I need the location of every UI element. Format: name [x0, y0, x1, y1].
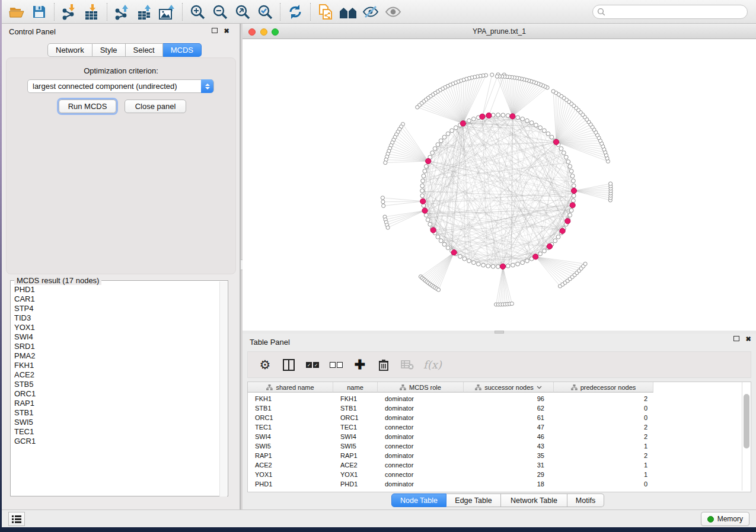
table-row[interactable]: SWI4SWI4dominator462	[248, 432, 741, 441]
table-cell-mcds_role: dominator	[378, 432, 464, 441]
table-cell-shared_name: FKH1	[248, 394, 333, 403]
export-table-icon[interactable]	[133, 2, 156, 22]
column-header-name[interactable]: name	[333, 382, 378, 393]
mcds-result-item[interactable]: CAR1	[14, 294, 219, 304]
memory-button[interactable]: Memory	[701, 512, 749, 526]
mcds-result-item[interactable]: PMA2	[14, 351, 219, 361]
network-graph	[243, 39, 756, 331]
import-network-icon[interactable]	[58, 2, 81, 22]
task-history-list-icon[interactable]	[8, 512, 25, 526]
table-panel: Table Panel ✖ ⚙ ✓✓ ✚ f(x) sha	[243, 334, 756, 509]
zoom-selected-icon[interactable]	[254, 2, 276, 22]
show-columns-icon[interactable]	[281, 357, 296, 373]
search-icon	[597, 8, 605, 16]
copy-network-icon[interactable]	[314, 2, 337, 22]
network-overview-houses-icon[interactable]	[337, 2, 359, 22]
mcds-result-item[interactable]: PHD1	[14, 285, 219, 294]
float-panel-icon[interactable]	[210, 27, 219, 35]
mcds-result-item[interactable]: GCR1	[14, 437, 219, 446]
table-row[interactable]: SWI5SWI5connector431	[248, 441, 741, 451]
attribute-icon	[475, 384, 481, 390]
tab-network-table[interactable]: Network Table	[501, 493, 567, 507]
zoom-fit-icon[interactable]	[231, 2, 254, 22]
table-cell-successor_nodes: 96	[464, 394, 554, 403]
table-row[interactable]: ORC1ORC1dominator610	[248, 413, 741, 422]
tab-select[interactable]: Select	[126, 43, 163, 57]
column-settings-gear-icon[interactable]: ⚙	[257, 357, 273, 373]
node-table-rows: FKH1FKH1dominator962STB1STB1dominator620…	[248, 394, 741, 489]
close-panel-button[interactable]: Close panel	[125, 100, 186, 113]
run-mcds-button[interactable]: Run MCDS	[59, 100, 116, 113]
table-cell-shared_name: TEC1	[248, 422, 333, 432]
mcds-result-item[interactable]: ORC1	[14, 389, 219, 399]
mcds-result-item[interactable]: TID3	[14, 313, 219, 323]
tab-mcds[interactable]: MCDS	[163, 43, 202, 57]
export-image-icon[interactable]	[156, 2, 178, 22]
column-header-shared-name[interactable]: shared name	[248, 382, 333, 393]
mcds-result-item[interactable]: STB1	[14, 408, 219, 418]
export-network-icon[interactable]	[111, 2, 133, 22]
mcds-result-item[interactable]: RAP1	[14, 399, 219, 408]
memory-label: Memory	[717, 515, 743, 523]
mcds-result-item[interactable]: SWI4	[14, 332, 219, 342]
refresh-view-icon[interactable]	[284, 2, 307, 22]
mcds-result-item[interactable]: ACE2	[14, 370, 219, 380]
table-row[interactable]: TEC1TEC1connector472	[248, 422, 741, 432]
table-cell-successor_nodes: 62	[464, 403, 554, 413]
import-table-icon[interactable]	[81, 2, 103, 22]
column-header-predecessor-nodes[interactable]: predecessor nodes	[554, 382, 653, 393]
mcds-result-list[interactable]: PHD1CAR1STP4TID3YOX1SWI4SRD1PMA2FKH1ACE2…	[11, 281, 219, 495]
mcds-list-scrollbar[interactable]	[219, 281, 227, 496]
table-row[interactable]: PHD1PHD1dominator180	[248, 479, 741, 489]
table-cell-name: SWI4	[333, 432, 378, 441]
tab-node-table[interactable]: Node Table	[391, 493, 446, 507]
table-cell-predecessor_nodes: 1	[554, 460, 653, 470]
column-header-successor-nodes[interactable]: successor nodes	[464, 382, 554, 393]
zoom-in-icon[interactable]	[186, 2, 209, 22]
hide-selected-eye-slash-icon[interactable]	[359, 2, 382, 22]
table-cell-shared_name: ACE2	[248, 460, 333, 470]
select-all-icon[interactable]: ✓✓	[305, 357, 320, 373]
table-tabs: Node Table Edge Table Network Table Moti…	[391, 493, 604, 507]
zoom-out-icon[interactable]	[209, 2, 231, 22]
tab-motifs[interactable]: Motifs	[567, 493, 604, 507]
table-row[interactable]: YOX1YOX1connector291	[248, 470, 741, 479]
save-session-icon[interactable]	[28, 2, 50, 22]
tab-style[interactable]: Style	[92, 43, 126, 57]
mcds-result-item[interactable]: STP4	[14, 304, 219, 313]
delete-selected-trash-icon[interactable]	[376, 357, 391, 373]
mcds-result-item[interactable]: FKH1	[14, 361, 219, 370]
close-panel-icon[interactable]: ✖	[744, 335, 752, 343]
show-all-eye-icon[interactable]	[382, 2, 404, 22]
criterion-value: largest connected component (undirected)	[33, 82, 177, 91]
criterion-select[interactable]: largest connected component (undirected)	[27, 79, 214, 93]
table-cell-predecessor_nodes: 2	[554, 394, 653, 403]
network-view-window: YPA_prune.txt_1	[243, 24, 756, 331]
mcds-result-item[interactable]: TEC1	[14, 427, 219, 437]
float-panel-icon[interactable]	[732, 335, 741, 343]
network-canvas[interactable]	[243, 39, 756, 331]
table-row[interactable]: FKH1FKH1dominator962	[248, 394, 741, 403]
status-bar: Memory	[2, 509, 756, 527]
node-table: shared name name MCDS role successor nod…	[247, 382, 751, 492]
mcds-result-item[interactable]: STB5	[14, 380, 219, 389]
tab-edge-table[interactable]: Edge Table	[446, 493, 501, 507]
mcds-result-item[interactable]: SRD1	[14, 342, 219, 351]
mcds-result-item[interactable]: SWI5	[14, 418, 219, 427]
table-row[interactable]: STB1STB1dominator620	[248, 403, 741, 413]
add-column-icon[interactable]: ✚	[352, 357, 368, 373]
network-window-titlebar[interactable]: YPA_prune.txt_1	[243, 24, 756, 39]
deselect-all-icon[interactable]	[328, 357, 344, 373]
table-scrollbar[interactable]	[742, 382, 751, 491]
open-session-icon[interactable]	[5, 2, 28, 22]
table-row[interactable]: ACE2ACE2connector311	[248, 460, 741, 470]
table-row[interactable]: RAP1RAP1dominator352	[248, 451, 741, 460]
mcds-result-item[interactable]: YOX1	[14, 323, 219, 332]
column-header-mcds-role[interactable]: MCDS role	[378, 382, 464, 393]
close-panel-icon[interactable]: ✖	[222, 27, 231, 35]
search-input[interactable]	[592, 5, 748, 19]
table-cell-shared_name: SWI5	[248, 441, 333, 451]
scrollbar-thumb[interactable]	[744, 394, 749, 448]
tab-network[interactable]: Network	[47, 43, 92, 57]
main-toolbar	[2, 0, 756, 24]
